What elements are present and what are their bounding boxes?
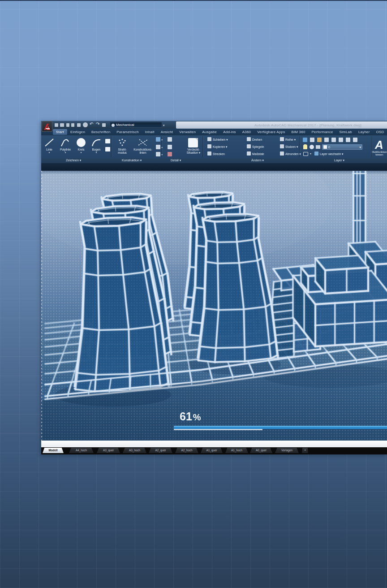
- svg-text:61%: 61%: [180, 410, 201, 423]
